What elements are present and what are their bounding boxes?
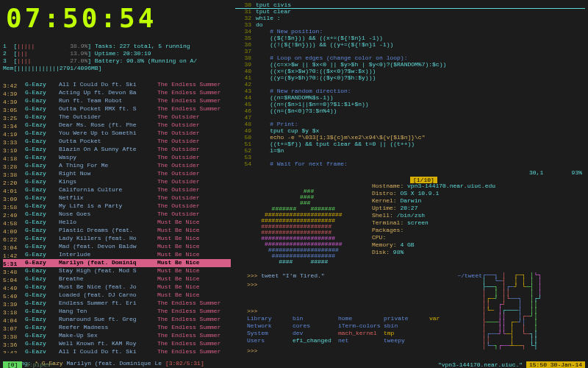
- vim-line: 31tput clear: [235, 8, 585, 15]
- track-row[interactable]: 3:05G-EazyOutta Pocket RMX ft. SThe Endl…: [3, 105, 231, 113]
- ls-row: Usersefi_changednettweepy: [247, 337, 482, 344]
- htop-pane: 1 [||||| 38.9%] Tasks: 227 total, 5 runn…: [3, 43, 231, 72]
- vim-line: 47: [235, 114, 585, 121]
- track-row[interactable]: 1:42G-EazyInterludeMust Be Nice: [3, 251, 231, 259]
- track-row[interactable]: 4:19G-EazyYou Were Up to SomethiThe Outs…: [3, 130, 231, 138]
- vim-line: 36 ((!(${!$n}))) && ((y+=(${!$n}1 -1)): [235, 41, 585, 48]
- track-row[interactable]: 3:34G-EazyDear Ms. Rose (ft. PheThe Outs…: [3, 121, 231, 130]
- track-row[interactable]: 3:38G-EazyMake-Up SexThe Endless Summer: [3, 332, 231, 340]
- vim-line: 38 # Loop on edges (change color on loop…: [235, 54, 585, 61]
- track-row[interactable]: 3:48G-EazyStay High (feat. Mod SMust Be …: [3, 267, 231, 275]
- sysinfo-row: Terminal: screen: [372, 219, 495, 227]
- vim-statusline: 30,1 93%: [529, 169, 582, 176]
- track-row[interactable]: 3:28G-EazyA Thing For MeThe Outsider: [3, 162, 231, 170]
- vim-line: 30tput civis: [235, 1, 585, 8]
- track-row[interactable]: 3:42G-EazyAll I Could Do ft. SkiThe Endl…: [3, 81, 231, 89]
- music-playlist[interactable]: 3:42G-EazyAll I Could Do ft. SkiThe Endl…: [3, 81, 231, 353]
- track-row[interactable]: 4:58G-EazyHelloMust Be Nice: [3, 219, 231, 227]
- tweet-pane[interactable]: >>> tweet "I'm Tired."~/tweet >>>: [247, 272, 482, 288]
- vim-line: 33do: [235, 21, 585, 28]
- track-row[interactable]: 3:58G-EazyMy Life is a PartyThe Outsider: [3, 202, 231, 210]
- vim-line: 44 ((n=$RANDOM%$s-1)): [235, 94, 585, 101]
- track-row[interactable]: 3:25G-EazyThe OutsiderThe Outsider: [3, 113, 231, 121]
- sysinfo-row: CPU:: [372, 234, 495, 241]
- sysinfo-row: Distro: OS X 10.9.1: [372, 190, 495, 197]
- sysinfo-row: Shell: /bin/zsh: [372, 212, 495, 219]
- vim-line: 39 ((c=x>$w || $x<0 || $y>$h | $y<0)?($R…: [235, 61, 585, 68]
- sysinfo-row: Packages:: [372, 227, 495, 234]
- track-row[interactable]: 4:18G-EazyWaspyThe Outsider: [3, 154, 231, 162]
- sysinfo-row: Disk: 98%: [372, 249, 495, 256]
- apple-ascii-logo: ### #### ### ####### ####### ###########…: [247, 183, 343, 265]
- vim-line: 46 ((n=($n<0)?3:$n%4)): [235, 107, 585, 114]
- vim-line: 51 ((t+=$f)) && tput clear && t=0 || ((t…: [235, 141, 585, 147]
- track-row[interactable]: 3:36G-EazyWell Known ft. KAM RoyThe Endl…: [3, 340, 231, 348]
- track-row[interactable]: 4:39G-EazyRun ft. Team RobotThe Endless …: [3, 97, 231, 105]
- vim-line: 37: [235, 48, 585, 54]
- vim-editor[interactable]: 30tput civis31tput clear32while :33do34 …: [235, 1, 585, 171]
- track-row[interactable]: 3:07G-EazyReefer MadnessThe Endless Summ…: [3, 324, 231, 332]
- track-row[interactable]: 5:49G-EazyLoaded (feat. DJ CarnoMust Be …: [3, 291, 231, 300]
- track-row[interactable]: 5:04G-EazyBreatheMust Be Nice: [3, 275, 231, 283]
- track-row[interactable]: 3:18G-EazyHang TenThe Endless Summer: [3, 308, 231, 316]
- pipes-pane: ┌──┐ │ ┌─┐ │└┐ │ └─┤ │ │ │ │ ├──┐ │┌─┘ └…: [482, 272, 585, 353]
- track-row[interactable]: 2:49G-EazyNose GoesThe Outsider: [3, 210, 231, 219]
- sysinfo-row: Memory: 4 GB: [372, 241, 495, 249]
- track-row[interactable]: 4:01G-EazyCalifornia CultureThe Outsider: [3, 186, 231, 194]
- ls-row: NetworkcoresiTerm-colorssbin: [247, 322, 482, 330]
- track-row[interactable]: 3:09G-EazyNetflixThe Outsider: [3, 194, 231, 202]
- vim-line: 41 ((y=($y>$h)?0:(($y<0)?$h:$y))): [235, 74, 585, 81]
- sysinfo-row: Uptime: 20:27: [372, 205, 495, 212]
- track-row[interactable]: 2:20G-EazyKingsThe Outsider: [3, 178, 231, 186]
- statusbar-left[interactable]: [0] 0:pipes*: [3, 361, 54, 368]
- sysinfo-row: Kernel: Darwin: [372, 197, 495, 205]
- vim-line: 53: [235, 154, 585, 160]
- ls-row: Librarybinhomeprivatevar: [247, 315, 482, 322]
- vim-line: 43 # New random direction:: [235, 88, 585, 94]
- track-row[interactable]: 4:49G-EazyMust Be Nice (feat. JoMust Be …: [3, 283, 231, 291]
- vim-line: 49 tput cup $y $x: [235, 127, 585, 134]
- vim-line: 40 ((x=($x>$w)?0:(($x<0)?$w:$x))): [235, 68, 585, 74]
- system-info: Hostname: vpn3-144170.near.uiuc.eduDistr…: [372, 183, 495, 256]
- track-row[interactable]: 3:38G-EazyRight NowThe Outsider: [3, 170, 231, 178]
- vim-line: 50 echo -e "\033[1;3${c}m\xe2\x94\${v[$l…: [235, 134, 585, 141]
- sysinfo-row: Hostname: vpn3-144170.near.uiuc.edu: [372, 183, 495, 190]
- track-row[interactable]: 6:22G-EazyLady Killers (feat. HoMust Be …: [3, 235, 231, 243]
- track-row[interactable]: 4:09G-EazyPlastic Dreams (feat.Must Be N…: [3, 227, 231, 235]
- ls-pane[interactable]: >>>LibrarybinhomeprivatevarNetworkcoresi…: [247, 308, 482, 355]
- track-row[interactable]: 4:04G-EazyRunaround Sue ft. GregThe Endl…: [3, 316, 231, 324]
- clock: 07:50:54: [6, 3, 157, 33]
- track-row[interactable]: 4:39G-EazyActing Up ft. Devon BaThe Endl…: [3, 89, 231, 97]
- track-row[interactable]: 3:33G-EazyOutta PocketThe Outsider: [3, 138, 231, 146]
- vim-line: 42: [235, 81, 585, 88]
- track-row[interactable]: 3:19G-EazyBlazin On A Sunny AfteThe Outs…: [3, 146, 231, 154]
- vim-line: 35 ((${!$n})) && ((x+=(${!$n}1 -1)): [235, 35, 585, 41]
- vim-line: 45 ((n=($n>1||$n==0)?$l:$l+$n)): [235, 101, 585, 107]
- vim-line: 34 # New position:: [235, 28, 585, 35]
- vim-line: 48 # Print:: [235, 121, 585, 127]
- track-row[interactable]: 3:04G-EazyMad (feat. Devon BaldwMust Be …: [3, 243, 231, 251]
- statusbar-right: "vpn3-144170.near.uiuc." 15:50 30-Jan-14: [438, 355, 585, 368]
- track-row[interactable]: 3:42G-EazyAll I Could Do ft. SkiThe Endl…: [3, 348, 231, 353]
- vim-line: 54 # Wait for next frame:: [235, 160, 585, 167]
- track-row[interactable]: 3:39G-EazyEndless Summer ft. EriThe Endl…: [3, 300, 231, 308]
- vim-line: 32while :: [235, 15, 585, 21]
- ls-row: Systemdevmach_kerneltmp: [247, 330, 482, 337]
- neofetch-pane: ### #### ### ####### ####### ###########…: [247, 183, 497, 271]
- vim-line: 52 l=$n: [235, 147, 585, 154]
- track-row[interactable]: 5:31G-EazyMarilyn (feat. DominiqMust Be …: [3, 259, 231, 267]
